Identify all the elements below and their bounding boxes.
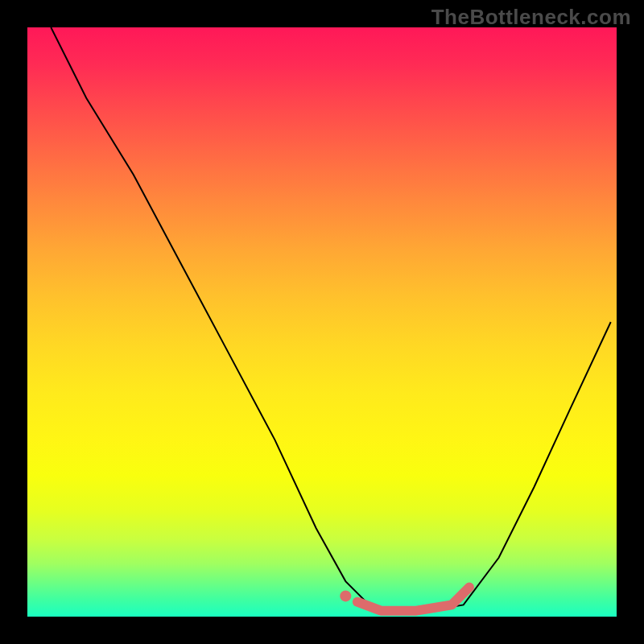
highlight-line (357, 587, 469, 610)
watermark-text: TheBottleneck.com (431, 5, 631, 30)
curve-line (51, 27, 610, 611)
chart-plot-area (27, 27, 617, 617)
highlight-dot (340, 590, 351, 601)
chart-svg (27, 27, 617, 617)
